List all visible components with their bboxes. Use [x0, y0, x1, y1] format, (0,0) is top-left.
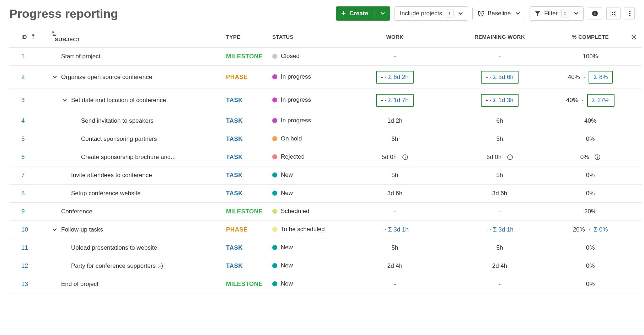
row-subject[interactable]: Contact sponsoring partners [81, 135, 157, 143]
table-row[interactable]: 10Follow-up tasksPHASETo be scheduled- ·… [9, 221, 642, 239]
table-row[interactable]: 13End of projectMILESTONENew--0% [9, 275, 642, 293]
filter-button[interactable]: Filter 0 [530, 6, 584, 21]
svg-point-6 [629, 15, 630, 16]
more-button[interactable] [625, 7, 635, 20]
info-button[interactable] [588, 7, 602, 20]
value-sigma[interactable]: Σ 3d 1h [493, 226, 514, 233]
create-button[interactable]: + Create [336, 6, 390, 21]
chevron-down-icon[interactable] [62, 98, 68, 102]
caret-down-icon [574, 11, 578, 16]
row-id-link[interactable]: 1 [21, 53, 25, 60]
row-subject[interactable]: Conference [61, 208, 92, 215]
row-status-label: In progress [281, 96, 311, 103]
table-row[interactable]: 3Set date and location of conferenceTASK… [9, 89, 642, 112]
row-subject[interactable]: Organize open source conference [61, 74, 152, 81]
row-status-label: Rejected [281, 153, 305, 160]
row-id-link[interactable]: 5 [21, 135, 25, 142]
col-pct[interactable]: % COMPLETE [553, 27, 628, 48]
baseline-button[interactable]: Baseline [472, 7, 525, 20]
row-id-link[interactable]: 10 [21, 226, 28, 233]
row-pct: 0% [553, 130, 628, 148]
svg-point-21 [510, 156, 510, 156]
table-row[interactable]: 1Start of projectMILESTONEClosed--100% [9, 48, 642, 66]
row-subject[interactable]: Upload presentations to website [71, 244, 157, 251]
table-row[interactable]: 8Setup conference websiteTASKNew3d 6h3d … [9, 185, 642, 203]
row-subject[interactable]: Invite attendees to conference [71, 172, 152, 179]
table-row[interactable]: 11Upload presentations to websiteTASKNew… [9, 239, 642, 257]
row-id-link[interactable]: 13 [21, 281, 28, 287]
baseline-label: Baseline [488, 10, 511, 17]
row-gear-cell [628, 112, 642, 130]
value-sigma[interactable]: Σ 1d 7h [388, 97, 409, 103]
value-self: 20% [584, 208, 596, 215]
table-row[interactable]: 6Create sponsorship brochure and...TASKR… [9, 148, 642, 166]
row-type: TASK [226, 262, 243, 269]
row-subject[interactable]: Setup conference website [71, 190, 141, 197]
svg-rect-13 [632, 34, 633, 36]
col-pct-label: % COMPLETE [572, 34, 609, 40]
value-self: 100% [583, 53, 598, 60]
row-status: New [272, 190, 293, 197]
row-remaining: 2d 4h [446, 257, 553, 275]
col-subject[interactable]: SUBJECT [48, 27, 222, 48]
row-subject[interactable]: Party for conference supporters :-) [71, 262, 163, 270]
table-row[interactable]: 5Contact sponsoring partnersTASKOn hold5… [9, 130, 642, 148]
value-sigma[interactable]: Σ 8% [589, 71, 613, 84]
row-id-link[interactable]: 11 [21, 244, 28, 251]
value-self: - [499, 281, 501, 288]
row-id-link[interactable]: 9 [21, 208, 25, 215]
value-self: 0% [586, 135, 595, 143]
info-icon[interactable] [402, 154, 408, 160]
row-id-link[interactable]: 7 [21, 172, 25, 179]
table-row[interactable]: 2Organize open source conferencePHASEIn … [9, 66, 642, 89]
value-sigma[interactable]: Σ 6d 2h [388, 74, 409, 80]
row-subject[interactable]: Create sponsorship brochure and... [81, 154, 176, 161]
row-id-link[interactable]: 4 [21, 117, 25, 124]
fullscreen-button[interactable] [606, 7, 621, 20]
value-self: - [394, 208, 396, 215]
row-id-link[interactable]: 12 [21, 262, 28, 269]
row-status: Closed [272, 53, 300, 60]
row-id-link[interactable]: 8 [21, 190, 25, 197]
value-self: 20% [573, 226, 585, 233]
row-subject[interactable]: Follow-up tasks [61, 226, 103, 233]
chevron-down-icon[interactable] [52, 228, 58, 232]
row-pct: 40% [553, 112, 628, 130]
row-id-link[interactable]: 6 [21, 154, 25, 160]
row-work: - [343, 203, 446, 221]
value-sigma[interactable]: Σ 3d 1h [388, 226, 409, 233]
row-id-link[interactable]: 2 [21, 74, 25, 80]
col-remaining-label: REMAINING WORK [474, 34, 525, 40]
col-remaining[interactable]: REMAINING WORK [446, 27, 553, 48]
configure-columns[interactable] [628, 27, 642, 48]
row-status-label: In progress [281, 73, 311, 80]
row-remaining: 6h [446, 112, 553, 130]
table-row[interactable]: 4Send invitation to speakersTASKIn progr… [9, 112, 642, 130]
row-subject[interactable]: Send invitation to speakers [81, 117, 154, 124]
value-self: 0% [580, 154, 589, 161]
col-status[interactable]: STATUS [269, 27, 343, 48]
value-self: - [394, 281, 396, 288]
value-sigma[interactable]: Σ 0% [594, 226, 608, 233]
row-subject[interactable]: End of project [61, 281, 98, 288]
table-row[interactable]: 9ConferenceMILESTONEScheduled--20% [9, 203, 642, 221]
chevron-down-icon[interactable] [52, 75, 58, 79]
row-gear-cell [628, 185, 642, 203]
row-id-link[interactable]: 3 [21, 97, 25, 103]
table-row[interactable]: 12Party for conference supporters :-)TAS… [9, 257, 642, 275]
table-row[interactable]: 7Invite attendees to conferenceTASKNew5h… [9, 166, 642, 185]
col-work[interactable]: WORK [343, 27, 446, 48]
include-projects-button[interactable]: Include projects 1 [395, 6, 468, 21]
info-icon[interactable] [595, 154, 600, 160]
row-subject[interactable]: Start of project [61, 53, 101, 60]
value-sigma[interactable]: Σ 5d 6h [493, 74, 514, 80]
value-sigma[interactable]: Σ 1d 3h [493, 97, 514, 103]
col-type[interactable]: TYPE [222, 27, 269, 48]
row-subject[interactable]: Set date and location of conference [71, 97, 166, 104]
col-id[interactable]: ID [9, 27, 48, 48]
include-projects-label: Include projects [400, 10, 442, 17]
kebab-icon [629, 10, 631, 17]
info-icon[interactable] [507, 154, 513, 160]
caret-down-icon [381, 11, 385, 16]
value-sigma[interactable]: Σ 27% [587, 94, 615, 107]
